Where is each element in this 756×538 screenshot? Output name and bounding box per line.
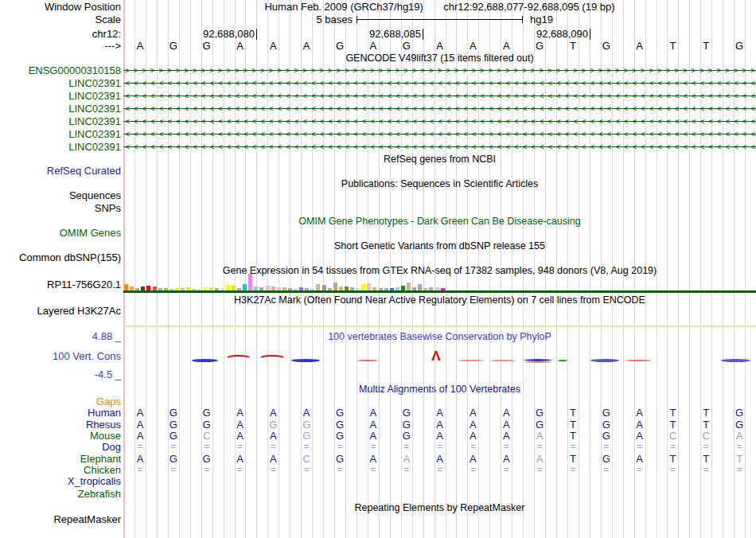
alignment-base[interactable]: =: [623, 464, 657, 476]
gtex-tissue-bar[interactable]: [203, 287, 207, 290]
alignment-base[interactable]: A: [123, 407, 157, 419]
gtex-tissue-bar[interactable]: [283, 287, 286, 290]
alignment-base[interactable]: C: [190, 430, 224, 442]
alignment-base[interactable]: G: [323, 419, 357, 431]
alignment-base[interactable]: =: [390, 441, 423, 453]
gtex-tissue-bar[interactable]: [243, 284, 247, 290]
alignment-base[interactable]: A: [357, 419, 390, 431]
gtex-tissue-bar[interactable]: [299, 287, 303, 290]
gtex-tissue-bar[interactable]: [141, 287, 145, 290]
alignment-base[interactable]: A: [489, 430, 523, 442]
gtex-tissue-bar[interactable]: [259, 287, 263, 290]
alignment-base[interactable]: =: [323, 441, 357, 453]
gtex-tissue-bar[interactable]: [220, 289, 224, 290]
ruler-base[interactable]: G: [590, 40, 623, 52]
gtex-tissue-bar[interactable]: [186, 287, 190, 290]
alignment-base[interactable]: A: [290, 407, 323, 419]
gtex-tissue-bar[interactable]: [130, 287, 134, 290]
alignment-base[interactable]: A: [623, 453, 657, 465]
ruler-base[interactable]: A: [423, 40, 457, 52]
gene-strand-row[interactable]: <<<<<<<<<<<<<<<<<<<<<<<<<<<<<<<<<<<<<<<<…: [123, 141, 756, 153]
alignment-base[interactable]: =: [590, 464, 623, 476]
gene-strand-row[interactable]: <<<<<<<<<<<<<<<<<<<<<<<<<<<<<<<<<<<<<<<<…: [123, 115, 756, 127]
alignment-base[interactable]: T: [556, 419, 590, 431]
gtex-tissue-bar[interactable]: [175, 288, 179, 290]
alignment-base[interactable]: T: [689, 407, 723, 419]
alignment-base[interactable]: G: [390, 407, 423, 419]
gtex-tissue-bar[interactable]: [429, 287, 433, 290]
alignment-base[interactable]: A: [256, 407, 290, 419]
alignment-base[interactable]: A: [357, 430, 390, 442]
gtex-tissue-bar[interactable]: [215, 288, 219, 290]
alignment-base[interactable]: =: [390, 464, 423, 476]
gtex-tissue-bar[interactable]: [192, 289, 196, 290]
alignment-base[interactable]: =: [656, 464, 689, 476]
alignment-base[interactable]: =: [323, 464, 357, 476]
alignment-base[interactable]: A: [489, 419, 523, 431]
alignment-base[interactable]: T: [723, 453, 756, 465]
gene-strand-row[interactable]: <<<<<<<<<<<<<<<<<<<<<<<<<<<<<<<<<<<<<<<<…: [123, 77, 756, 89]
alignment-base[interactable]: A: [256, 430, 290, 442]
alignment-base[interactable]: =: [456, 441, 489, 453]
alignment-base[interactable]: G: [323, 430, 357, 442]
alignment-base[interactable]: G: [290, 430, 323, 442]
ruler-base[interactable]: T: [689, 40, 723, 52]
alignment-base[interactable]: A: [224, 453, 257, 465]
gtex-tissue-bar[interactable]: [345, 287, 349, 290]
ruler-base[interactable]: T: [656, 40, 689, 52]
gtex-tissue-bar[interactable]: [350, 287, 354, 290]
alignment-base[interactable]: A: [224, 419, 257, 431]
alignment-base[interactable]: A: [123, 419, 157, 431]
alignment-base[interactable]: =: [489, 464, 523, 476]
alignment-base[interactable]: =: [224, 441, 257, 453]
gtex-tissue-bar[interactable]: [294, 289, 298, 290]
alignment-base[interactable]: =: [290, 441, 323, 453]
ruler-base[interactable]: G: [190, 40, 224, 52]
alignment-base[interactable]: =: [423, 441, 457, 453]
ruler-base[interactable]: A: [623, 40, 657, 52]
alignment-base[interactable]: G: [590, 407, 623, 419]
gtex-tissue-bar[interactable]: [310, 289, 314, 290]
alignment-base[interactable]: A: [456, 453, 489, 465]
gtex-tissue-bar[interactable]: [367, 283, 371, 290]
h3k27ac-baseline[interactable]: [123, 326, 756, 327]
gtex-tissue-bar[interactable]: [401, 286, 405, 290]
gene-strand-row[interactable]: >>>>>>>>>>>>>>>>>>>>>>>>>>>>>>>>>>>>>>>>…: [123, 64, 756, 76]
gene-strand-row[interactable]: <<<<<<<<<<<<<<<<<<<<<<<<<<<<<<<<<<<<<<<<…: [123, 90, 756, 102]
alignment-base[interactable]: =: [190, 441, 224, 453]
alignment-base[interactable]: =: [123, 441, 157, 453]
alignment-base[interactable]: =: [123, 464, 157, 476]
gtex-tissue-bar[interactable]: [209, 287, 213, 290]
alignment-base[interactable]: A: [123, 430, 157, 442]
alignment-base[interactable]: G: [190, 419, 224, 431]
alignment-base[interactable]: A: [523, 453, 556, 465]
ruler-base[interactable]: G: [390, 40, 423, 52]
gtex-tissue-bar[interactable]: [316, 284, 320, 290]
alignment-base[interactable]: =: [224, 464, 257, 476]
alignment-base[interactable]: T: [556, 407, 590, 419]
gtex-tissue-bar[interactable]: [254, 287, 258, 290]
ruler-base[interactable]: A: [456, 40, 489, 52]
alignment-base[interactable]: T: [689, 419, 723, 431]
alignment-base[interactable]: A: [224, 430, 257, 442]
alignment-base[interactable]: =: [556, 464, 590, 476]
alignment-base[interactable]: A: [523, 430, 556, 442]
ruler-base[interactable]: A: [290, 40, 323, 52]
gtex-tissue-bar[interactable]: [288, 288, 292, 290]
alignment-base[interactable]: =: [456, 464, 489, 476]
alignment-base[interactable]: A: [423, 430, 457, 442]
alignment-base[interactable]: =: [556, 441, 590, 453]
gtex-tissue-bar[interactable]: [197, 289, 201, 290]
gtex-tissue-bar[interactable]: [339, 287, 343, 290]
alignment-base[interactable]: G: [723, 419, 756, 431]
alignment-base[interactable]: A: [224, 407, 257, 419]
ruler-base[interactable]: G: [157, 40, 190, 52]
alignment-base[interactable]: A: [623, 419, 657, 431]
ruler-base[interactable]: G: [723, 40, 756, 52]
alignment-base[interactable]: A: [256, 453, 290, 465]
alignment-base[interactable]: =: [357, 464, 390, 476]
alignment-base[interactable]: A: [456, 430, 489, 442]
alignment-base[interactable]: T: [656, 407, 689, 419]
gtex-tissue-bar[interactable]: [232, 286, 236, 290]
gtex-tissue-bar[interactable]: [158, 288, 162, 290]
